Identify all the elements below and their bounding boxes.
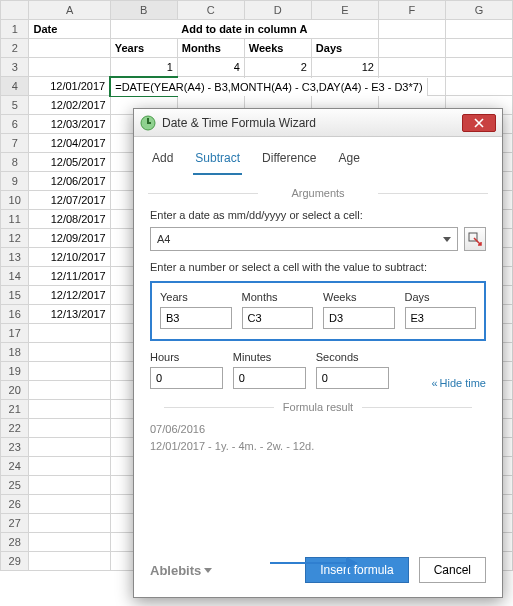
cell[interactable] bbox=[29, 476, 110, 495]
cell[interactable] bbox=[29, 381, 110, 400]
col-C[interactable]: C bbox=[177, 1, 244, 20]
row-18[interactable]: 18 bbox=[1, 343, 29, 362]
cell[interactable] bbox=[445, 77, 512, 96]
cell[interactable]: Add to date in column A bbox=[110, 20, 378, 39]
cell[interactable]: 12/08/2017 bbox=[29, 210, 110, 229]
row-12[interactable]: 12 bbox=[1, 229, 29, 248]
corner-cell[interactable] bbox=[1, 1, 29, 20]
cell[interactable] bbox=[29, 457, 110, 476]
cell[interactable] bbox=[29, 58, 110, 77]
cell[interactable] bbox=[445, 39, 512, 58]
tab-add[interactable]: Add bbox=[150, 147, 175, 175]
weeks-input[interactable] bbox=[323, 307, 395, 329]
seconds-input[interactable] bbox=[316, 367, 389, 389]
row-11[interactable]: 11 bbox=[1, 210, 29, 229]
cell[interactable]: 12/11/2017 bbox=[29, 267, 110, 286]
row-29[interactable]: 29 bbox=[1, 552, 29, 571]
cell[interactable]: 12/05/2017 bbox=[29, 153, 110, 172]
date-input[interactable]: A4 bbox=[150, 227, 458, 251]
cell[interactable]: 2 bbox=[244, 58, 311, 77]
cell[interactable] bbox=[29, 438, 110, 457]
row-16[interactable]: 16 bbox=[1, 305, 29, 324]
row-20[interactable]: 20 bbox=[1, 381, 29, 400]
close-button[interactable] bbox=[462, 114, 496, 132]
cell[interactable]: 12/03/2017 bbox=[29, 115, 110, 134]
cell[interactable]: 12/13/2017 bbox=[29, 305, 110, 324]
hide-time-link[interactable]: «Hide time bbox=[399, 377, 486, 389]
row-8[interactable]: 8 bbox=[1, 153, 29, 172]
row-14[interactable]: 14 bbox=[1, 267, 29, 286]
cell[interactable]: =DATE(YEAR(A4) - B3,MONTH(A4) - C3,DAY(A… bbox=[110, 77, 177, 96]
minutes-input[interactable] bbox=[233, 367, 306, 389]
cell[interactable] bbox=[29, 39, 110, 58]
cell[interactable]: 1 bbox=[110, 58, 177, 77]
col-A[interactable]: A bbox=[29, 1, 110, 20]
cell[interactable] bbox=[445, 20, 512, 39]
years-input[interactable] bbox=[160, 307, 232, 329]
row-28[interactable]: 28 bbox=[1, 533, 29, 552]
cell[interactable]: Date bbox=[29, 20, 110, 39]
cell[interactable] bbox=[29, 343, 110, 362]
col-G[interactable]: G bbox=[445, 1, 512, 20]
row-1[interactable]: 1 bbox=[1, 20, 29, 39]
tab-subtract[interactable]: Subtract bbox=[193, 147, 242, 175]
cell[interactable] bbox=[378, 58, 445, 77]
row-9[interactable]: 9 bbox=[1, 172, 29, 191]
row-2[interactable]: 2 bbox=[1, 39, 29, 58]
col-B[interactable]: B bbox=[110, 1, 177, 20]
row-24[interactable]: 24 bbox=[1, 457, 29, 476]
row-3[interactable]: 3 bbox=[1, 58, 29, 77]
cell[interactable]: 12/12/2017 bbox=[29, 286, 110, 305]
months-input[interactable] bbox=[242, 307, 314, 329]
row-19[interactable]: 19 bbox=[1, 362, 29, 381]
cell[interactable]: Days bbox=[311, 39, 378, 58]
row-26[interactable]: 26 bbox=[1, 495, 29, 514]
cell[interactable] bbox=[378, 39, 445, 58]
row-23[interactable]: 23 bbox=[1, 438, 29, 457]
row-27[interactable]: 27 bbox=[1, 514, 29, 533]
cell[interactable] bbox=[29, 552, 110, 571]
days-input[interactable] bbox=[405, 307, 477, 329]
row-22[interactable]: 22 bbox=[1, 419, 29, 438]
row-13[interactable]: 13 bbox=[1, 248, 29, 267]
cell[interactable] bbox=[29, 495, 110, 514]
cell[interactable] bbox=[29, 419, 110, 438]
cell[interactable]: 12/09/2017 bbox=[29, 229, 110, 248]
cell[interactable]: 12 bbox=[311, 58, 378, 77]
col-F[interactable]: F bbox=[378, 1, 445, 20]
cell[interactable]: 12/06/2017 bbox=[29, 172, 110, 191]
cancel-button[interactable]: Cancel bbox=[419, 557, 486, 583]
cell[interactable]: 4 bbox=[177, 58, 244, 77]
cell[interactable]: 12/01/2017 bbox=[29, 77, 110, 96]
cell[interactable]: Weeks bbox=[244, 39, 311, 58]
row-7[interactable]: 7 bbox=[1, 134, 29, 153]
cell[interactable] bbox=[445, 58, 512, 77]
cell[interactable]: 12/07/2017 bbox=[29, 191, 110, 210]
cell[interactable] bbox=[29, 400, 110, 419]
hours-input[interactable] bbox=[150, 367, 223, 389]
dialog-titlebar[interactable]: Date & Time Formula Wizard bbox=[134, 109, 502, 137]
cell-picker-button[interactable] bbox=[464, 227, 486, 251]
col-D[interactable]: D bbox=[244, 1, 311, 20]
row-15[interactable]: 15 bbox=[1, 286, 29, 305]
tab-age[interactable]: Age bbox=[337, 147, 362, 175]
cell[interactable]: Months bbox=[177, 39, 244, 58]
row-17[interactable]: 17 bbox=[1, 324, 29, 343]
cell[interactable]: 12/10/2017 bbox=[29, 248, 110, 267]
cell[interactable] bbox=[29, 362, 110, 381]
row-5[interactable]: 5 bbox=[1, 96, 29, 115]
cell[interactable] bbox=[29, 324, 110, 343]
col-E[interactable]: E bbox=[311, 1, 378, 20]
row-21[interactable]: 21 bbox=[1, 400, 29, 419]
cell[interactable]: Years bbox=[110, 39, 177, 58]
cell[interactable] bbox=[29, 514, 110, 533]
cell[interactable] bbox=[378, 20, 445, 39]
cell[interactable] bbox=[29, 533, 110, 552]
row-10[interactable]: 10 bbox=[1, 191, 29, 210]
cell[interactable]: 12/04/2017 bbox=[29, 134, 110, 153]
row-6[interactable]: 6 bbox=[1, 115, 29, 134]
tab-difference[interactable]: Difference bbox=[260, 147, 318, 175]
row-4[interactable]: 4 bbox=[1, 77, 29, 96]
row-25[interactable]: 25 bbox=[1, 476, 29, 495]
cell[interactable]: 12/02/2017 bbox=[29, 96, 110, 115]
